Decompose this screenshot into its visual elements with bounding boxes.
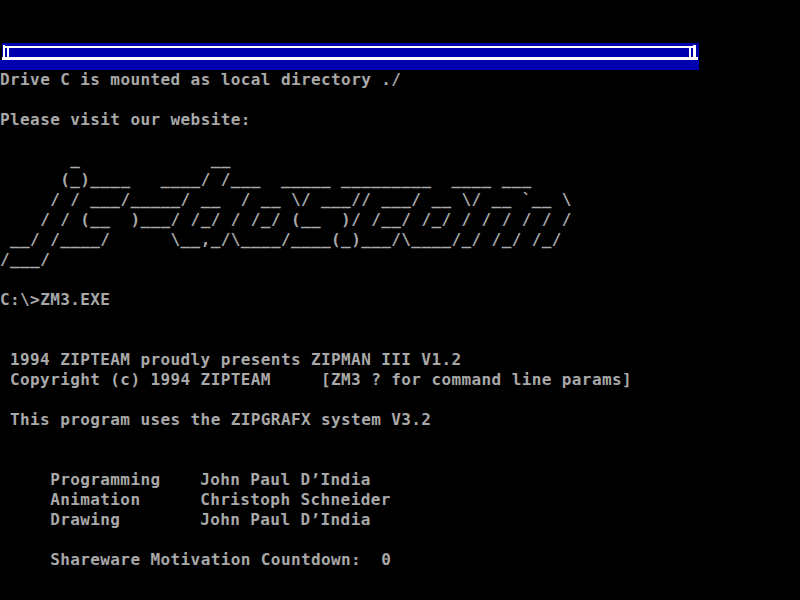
copyright-line: Copyright (c) 1994 ZIPTEAM [ZM3 ? for co… xyxy=(10,370,632,390)
loading-bar-frame-left-inner xyxy=(7,48,9,57)
credit-row-animation: AnimationChristoph Schneider xyxy=(10,470,391,490)
credit-name: John Paul D’India xyxy=(200,510,371,530)
loading-bar-frame-right-outer xyxy=(693,45,696,60)
countdown-value: 0 xyxy=(381,550,391,569)
loading-bar-frame-bottom xyxy=(2,57,698,60)
presents-line: 1994 ZIPTEAM proudly presents ZIPMAN III… xyxy=(10,350,461,370)
credit-row-programming: ProgrammingJohn Paul D’India xyxy=(10,450,371,470)
mount-message: Drive C is mounted as local directory ./ xyxy=(0,70,401,90)
loading-bar-frame-left-outer xyxy=(3,45,5,60)
loading-bar-frame-right-inner xyxy=(689,48,691,57)
dos-terminal-screen[interactable]: Drive C is mounted as local directory ./… xyxy=(0,0,800,600)
countdown-label: Shareware Motivation Countdown: xyxy=(50,550,361,569)
loading-bar-frame-top xyxy=(3,46,695,48)
credit-row-drawing: DrawingJohn Paul D’India xyxy=(10,490,371,510)
jsdos-ascii-logo: _ __ (_)____ ____/ /___ _____ _________ … xyxy=(0,150,572,270)
engine-line: This program uses the ZIPGRAFX system V3… xyxy=(10,410,431,430)
loading-bar-fill-lower xyxy=(0,60,699,70)
command-prompt-line: C:\>ZM3.EXE xyxy=(0,290,110,310)
countdown-line: Shareware Motivation Countdown:0 xyxy=(10,530,391,550)
credit-label: Drawing xyxy=(50,510,200,530)
visit-message: Please visit our website: xyxy=(0,110,251,130)
